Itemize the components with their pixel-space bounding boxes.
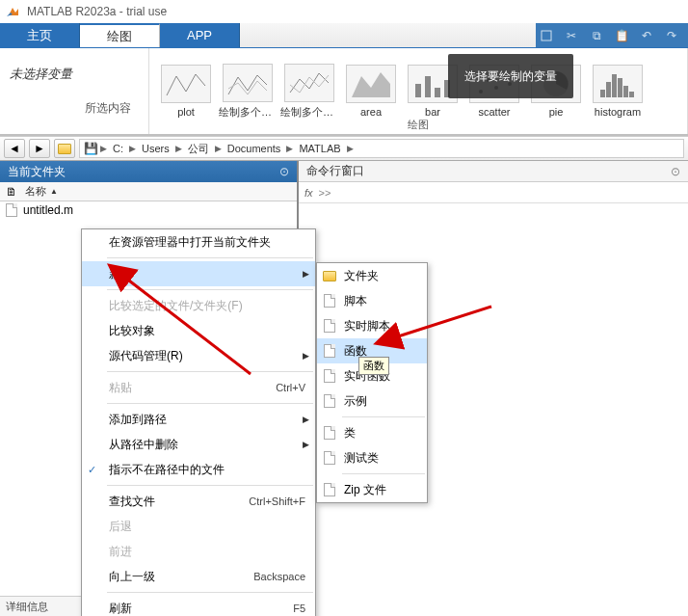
crumb-matlab[interactable]: MATLAB: [295, 143, 344, 154]
live-function-icon: [322, 368, 337, 384]
gallery-histogram[interactable]: histogram: [587, 63, 648, 120]
class-icon: [322, 425, 337, 441]
ctx-compare-selected: 比较选定的文件/文件夹(F): [82, 293, 315, 318]
separator: [107, 371, 313, 372]
ctx-new[interactable]: 新建▶: [82, 261, 315, 286]
submenu-arrow-icon: ▶: [303, 415, 309, 424]
file-name: untitled.m: [23, 203, 73, 217]
context-menu-new: 文件夹 脚本 实时脚本 函数 实时函数 示例 类 测试类 Zip 文件: [316, 262, 428, 503]
crumb-company[interactable]: 公司: [184, 142, 213, 156]
ctx-paste: 粘贴Ctrl+V: [82, 375, 315, 400]
tab-home[interactable]: 主页: [0, 23, 80, 47]
ctx-back: 后退: [82, 514, 315, 539]
ctx-new-script[interactable]: 脚本: [317, 288, 427, 313]
ctx-new-class[interactable]: 类: [317, 420, 427, 445]
ribbon-section-label: 绘图: [408, 118, 429, 132]
panel-dropdown-icon[interactable]: ⊙: [279, 165, 289, 178]
svg-rect-15: [618, 78, 622, 97]
qat-cut-icon[interactable]: ✂: [561, 25, 582, 46]
ctx-new-example[interactable]: 示例: [317, 388, 427, 414]
svg-rect-0: [542, 31, 551, 40]
svg-rect-12: [600, 90, 605, 97]
separator: [107, 257, 313, 258]
separator: [342, 416, 425, 417]
name-column[interactable]: 名称▲: [25, 184, 291, 199]
nav-forward-button[interactable]: ►: [29, 139, 50, 158]
panel-title: 当前文件夹: [8, 164, 66, 180]
gallery-plot-multi-1[interactable]: 绘制多个序...: [217, 62, 278, 121]
quick-access-toolbar: ✂ ⧉ 📋 ↶ ↷: [536, 23, 688, 47]
address-bar: ◄ ► 💾 ▶ C: ▶ Users ▶ 公司 ▶ Documents ▶ MA…: [0, 136, 688, 161]
separator: [107, 592, 313, 593]
matlab-logo-icon: [6, 4, 21, 19]
current-folder-header[interactable]: 当前文件夹 ⊙: [0, 161, 297, 182]
fx-bar[interactable]: fx >>: [299, 182, 688, 203]
file-row[interactable]: untitled.m: [0, 201, 297, 219]
selection-label: 所选内容: [10, 100, 139, 117]
breadcrumb[interactable]: 💾 ▶ C: ▶ Users ▶ 公司 ▶ Documents ▶ MATLAB…: [79, 139, 684, 158]
titlebar: MATLAB R2023a - trial use: [0, 0, 688, 23]
ctx-new-live-script[interactable]: 实时脚本: [317, 313, 427, 338]
function-icon: [322, 343, 337, 359]
crumb-users[interactable]: Users: [138, 143, 173, 154]
icon-column: 🗎: [6, 185, 25, 199]
ctx-source-control[interactable]: 源代码管理(R)▶: [82, 343, 315, 368]
qat-paste-icon[interactable]: 📋: [611, 25, 632, 46]
ctx-compare-against[interactable]: 比较对象: [82, 318, 315, 343]
toolstrip-tabs: 主页 绘图 APP ✂ ⧉ 📋 ↶ ↷: [0, 23, 688, 48]
qat-copy-icon[interactable]: ⧉: [586, 25, 607, 46]
ctx-new-folder[interactable]: 文件夹: [317, 263, 427, 288]
tab-apps[interactable]: APP: [160, 23, 240, 47]
chevron-right-icon: ▶: [129, 144, 136, 153]
tab-plots[interactable]: 绘图: [80, 23, 160, 47]
fx-icon[interactable]: fx: [304, 187, 313, 199]
toolstrip: 主页 绘图 APP ✂ ⧉ 📋 ↶ ↷ 未选择变量 所选内容 plot 绘制多个…: [0, 23, 688, 136]
svg-rect-2: [415, 84, 421, 97]
ctx-open-in-explorer[interactable]: 在资源管理器中打开当前文件夹: [82, 229, 315, 254]
gallery-plot[interactable]: plot: [155, 63, 217, 120]
qat-save-icon[interactable]: [536, 25, 557, 46]
tooltip: 函数: [358, 357, 389, 375]
ctx-indicate-not-on-path[interactable]: ✓指示不在路径中的文件: [82, 457, 315, 482]
command-window-header[interactable]: 命令行窗口 ⊙: [299, 161, 688, 182]
test-class-icon: [322, 450, 337, 466]
nav-back-button[interactable]: ◄: [4, 139, 25, 158]
chevron-right-icon: ▶: [100, 144, 107, 153]
gallery-plot-multi-2[interactable]: 绘制多个序...: [278, 62, 340, 121]
folder-icon: [322, 268, 337, 283]
ctx-new-zip[interactable]: Zip 文件: [317, 477, 427, 502]
ctx-refresh[interactable]: 刷新F5: [82, 596, 315, 616]
chevron-right-icon: ▶: [215, 144, 222, 153]
zip-icon: [322, 482, 337, 497]
script-icon: [322, 293, 337, 308]
window-title: MATLAB R2023a - trial use: [27, 5, 167, 18]
ctx-up-one[interactable]: 向上一级Backspace: [82, 564, 315, 589]
live-script-icon: [322, 318, 337, 334]
crumb-c[interactable]: C:: [109, 143, 127, 154]
gallery-area[interactable]: area: [340, 63, 402, 120]
prompt: >>: [319, 187, 331, 199]
svg-rect-3: [425, 76, 431, 97]
svg-rect-4: [435, 88, 440, 97]
svg-rect-14: [612, 74, 617, 97]
nav-up-button[interactable]: [54, 139, 75, 158]
separator: [107, 485, 313, 486]
ctx-forward: 前进: [82, 539, 315, 564]
panel-dropdown-icon[interactable]: ⊙: [671, 165, 680, 178]
select-variable-overlay: 选择要绘制的变量: [448, 54, 573, 98]
qat-redo-icon[interactable]: ↷: [661, 25, 682, 46]
ctx-remove-from-path[interactable]: 从路径中删除▶: [82, 432, 315, 457]
crumb-documents[interactable]: Documents: [224, 143, 285, 154]
separator: [342, 473, 425, 474]
svg-rect-17: [629, 92, 634, 97]
plot-gallery: plot 绘制多个序... 绘制多个序... area bar scatter …: [149, 48, 688, 134]
qat-undo-icon[interactable]: ↶: [636, 25, 657, 46]
ctx-find-files[interactable]: 查找文件Ctrl+Shift+F: [82, 489, 315, 514]
example-icon: [322, 393, 337, 409]
ctx-add-to-path[interactable]: 添加到路径▶: [82, 407, 315, 432]
separator: [107, 403, 313, 404]
ctx-new-test-class[interactable]: 测试类: [317, 445, 427, 470]
folder-icon: [58, 144, 71, 154]
ribbon-plots: 未选择变量 所选内容 plot 绘制多个序... 绘制多个序... area b…: [0, 48, 688, 135]
column-header: 🗎 名称▲: [0, 182, 297, 201]
